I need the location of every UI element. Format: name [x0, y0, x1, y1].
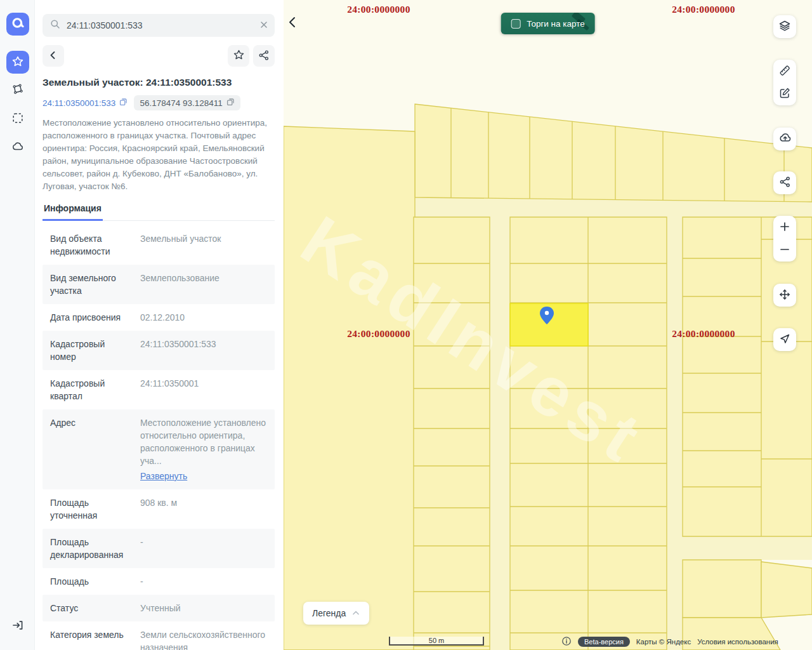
row-value: Земли сельскохозяйственного назначения: [140, 628, 268, 650]
left-rail: [0, 0, 35, 650]
chevron-left-icon: [48, 50, 58, 62]
share-object-button[interactable]: [253, 45, 275, 67]
row-label: Дата присвоения: [50, 311, 133, 324]
row-label: Площадь уточненная: [50, 496, 133, 522]
map-road: [490, 217, 510, 650]
row-value: 24:11:0350001: [140, 377, 268, 402]
map-share-button[interactable]: [773, 171, 796, 194]
upload-button[interactable]: [773, 128, 796, 150]
rail-polygon-tool-button[interactable]: [11, 83, 25, 97]
clear-search-button[interactable]: [259, 20, 268, 31]
measure-tools-group: [773, 60, 796, 105]
row-value: 24:11:0350001:533: [140, 338, 268, 363]
app-logo[interactable]: [6, 13, 29, 36]
rail-cloud-button[interactable]: [11, 140, 25, 154]
table-row: АдресМестоположение установлено относите…: [43, 409, 275, 489]
dashed-square-icon: [11, 112, 24, 126]
layers-icon: [778, 19, 792, 35]
auctions-checkbox[interactable]: [511, 19, 520, 29]
map-parcel: [683, 217, 812, 536]
row-label: Категория земель: [50, 628, 133, 650]
copy-icon: [119, 98, 128, 108]
terms-link[interactable]: Условия использования: [697, 638, 778, 646]
tab-information[interactable]: Информация: [43, 203, 103, 221]
logo-icon: [11, 16, 25, 32]
row-value: Учтенный: [140, 602, 268, 614]
row-label: Кадастровый квартал: [50, 377, 133, 402]
edit-icon: [778, 86, 792, 102]
cadastral-quarter-label: 24:00:0000000: [672, 328, 735, 339]
row-label: Кадастровый номер: [50, 338, 133, 363]
coordinates-chip[interactable]: 56.178474 93.128411: [134, 95, 240, 110]
row-label: Площадь: [50, 575, 133, 588]
row-value: Землепользование: [140, 272, 268, 297]
row-label: Площадь декларированная: [50, 536, 133, 561]
cloud-icon: [11, 140, 24, 155]
cadastral-quarter-label: 24:00:0000000: [347, 4, 410, 15]
legend-button[interactable]: Легенда: [303, 602, 369, 625]
share-icon: [779, 176, 791, 190]
tab-bar: Информация: [43, 202, 275, 221]
info-icon[interactable]: [561, 636, 572, 647]
map-parcel: [761, 562, 812, 618]
copy-icon: [226, 98, 235, 108]
zoom-in-button[interactable]: [773, 216, 796, 239]
cloud-upload-icon: [778, 131, 792, 147]
back-button[interactable]: [43, 45, 64, 67]
table-row: Площадь-: [43, 568, 275, 595]
sign-in-icon: [11, 619, 24, 633]
map-layers-button[interactable]: [773, 15, 796, 38]
table-row: Площадь декларированная-: [43, 529, 275, 568]
row-value: -: [140, 575, 268, 588]
move-icon: [778, 288, 791, 303]
collapse-panel-button[interactable]: [285, 14, 300, 32]
chevron-up-icon: [351, 608, 360, 618]
search-icon: [50, 19, 60, 32]
object-description: Местоположение установлено относительно …: [43, 117, 275, 193]
cadastral-number-link[interactable]: 24:11:0350001:533: [43, 98, 128, 108]
cadastral-quarter-label: 24:00:0000000: [672, 4, 735, 15]
location-arrow-icon: [778, 333, 791, 347]
chevron-left-icon: [287, 15, 298, 31]
search-input[interactable]: [65, 20, 254, 31]
map-canvas[interactable]: KadInvest24:00:000000024:00:000000024:00…: [284, 0, 812, 650]
share-icon: [258, 50, 270, 63]
table-row: Дата присвоения02.12.2010: [43, 304, 275, 331]
search-bar: [43, 14, 275, 37]
row-value: 908 кв. м: [140, 496, 268, 522]
beta-badge: Beta-версия: [578, 637, 630, 647]
row-label: Вид объекта недвижимости: [50, 232, 133, 258]
auctions-toggle-label: Торги на карте: [527, 19, 585, 29]
ruler-icon: [778, 63, 792, 79]
rail-favorites-button[interactable]: [6, 51, 29, 74]
locate-button[interactable]: [773, 328, 796, 351]
map-road: [667, 217, 683, 650]
auctions-toggle-button[interactable]: Торги на карте: [501, 13, 595, 34]
ruler-button[interactable]: [773, 60, 796, 83]
close-icon: [259, 20, 268, 31]
app-root: Земельный участок: 24:11:0350001:533 24:…: [0, 0, 812, 650]
star-outline-icon: [233, 49, 245, 63]
row-value: -: [140, 536, 268, 561]
pan-button[interactable]: [773, 284, 796, 307]
star-icon: [11, 55, 24, 70]
favorite-button[interactable]: [228, 45, 249, 67]
row-label: Статус: [50, 602, 133, 614]
table-row: Вид объекта недвижимостиЗемельный участо…: [43, 225, 275, 265]
zoom-out-button[interactable]: [773, 239, 796, 262]
map-parcel: [683, 560, 761, 618]
map-road: [683, 536, 812, 560]
table-row: Вид земельного участкаЗемлепользование: [43, 265, 275, 304]
map-parcel: [284, 126, 415, 650]
row-value: 02.12.2010: [140, 311, 268, 324]
rail-signin-button[interactable]: [11, 619, 25, 633]
expand-address-link[interactable]: Развернуть: [140, 470, 268, 482]
map-copyright[interactable]: Карты © Яндекс: [636, 638, 691, 646]
table-row: СтатусУчтенный: [43, 595, 275, 621]
map-area: KadInvest24:00:000000024:00:000000024:00…: [284, 0, 812, 650]
draw-edit-button[interactable]: [773, 83, 796, 105]
rail-area-select-button[interactable]: [11, 112, 25, 126]
table-row: Категория земельЗемли сельскохозяйственн…: [43, 621, 275, 650]
row-label: Вид земельного участка: [50, 272, 133, 297]
info-table: Вид объекта недвижимостиЗемельный участо…: [43, 225, 275, 650]
